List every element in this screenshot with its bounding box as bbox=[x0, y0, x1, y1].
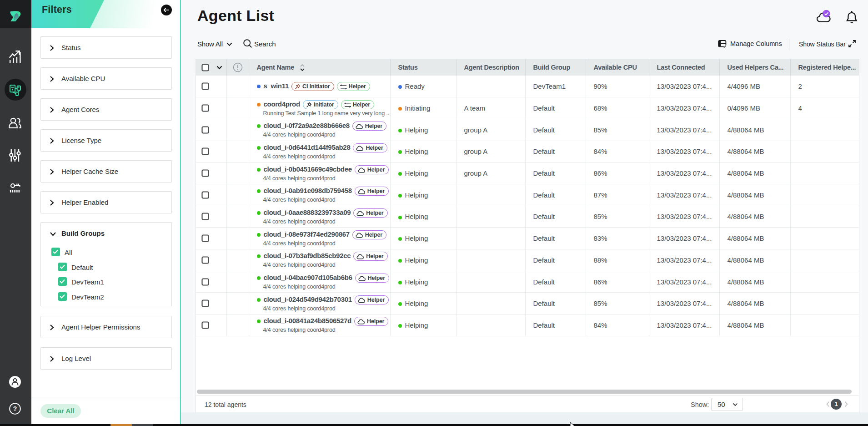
svg-text:?: ? bbox=[13, 405, 17, 412]
